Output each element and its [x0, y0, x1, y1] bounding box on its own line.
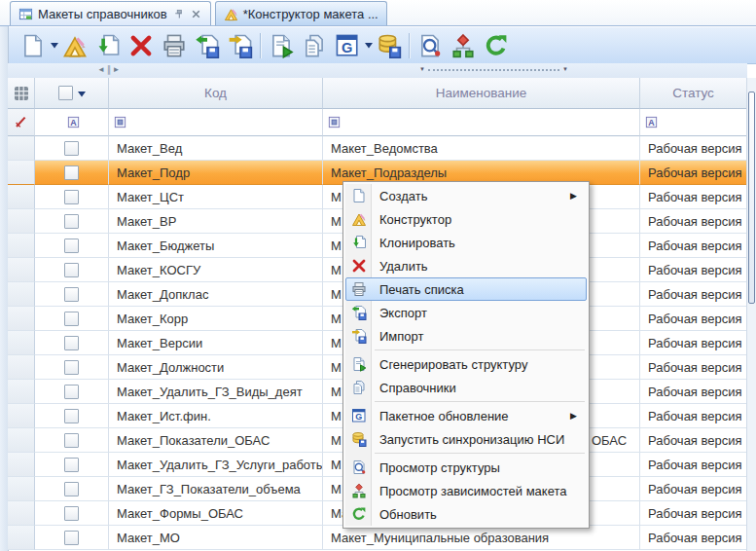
- submenu-arrow-icon: ▶: [570, 191, 586, 201]
- cell-kod: Макет_Ист.фин.: [109, 404, 323, 428]
- checkbox-column-header[interactable]: [35, 78, 109, 109]
- filter-checkbox-cell[interactable]: A: [35, 109, 109, 136]
- menu-item-generate-structure[interactable]: Сгенерировать структуру: [345, 352, 587, 376]
- row-checkbox[interactable]: [64, 312, 79, 326]
- row-selector[interactable]: [8, 428, 35, 453]
- view-structure-button[interactable]: [414, 31, 447, 60]
- column-header-naimenovanie[interactable]: Наименование: [323, 78, 640, 109]
- row-checkbox[interactable]: [64, 239, 79, 253]
- table-row[interactable]: Макет_МОМакет_Муниципальные образованияР…: [8, 526, 747, 550]
- refresh-button[interactable]: [480, 31, 513, 60]
- menu-item-references[interactable]: Справочники: [345, 376, 587, 399]
- close-icon[interactable]: [190, 8, 202, 20]
- menu-item-label: Удалить: [372, 259, 570, 274]
- row-selector[interactable]: [8, 185, 35, 209]
- clone-button[interactable]: [91, 31, 125, 60]
- cell-status: Рабочая версия: [640, 234, 747, 258]
- splitter-track[interactable]: ▼ ▼: [428, 69, 559, 71]
- row-checkbox[interactable]: [64, 214, 79, 229]
- row-checkbox[interactable]: [64, 385, 79, 399]
- row-selector[interactable]: [8, 331, 35, 355]
- filter-mode-icon[interactable]: [327, 115, 342, 129]
- row-checkbox[interactable]: [64, 336, 79, 350]
- row-checkbox[interactable]: [64, 458, 79, 472]
- pin-icon[interactable]: [172, 8, 185, 20]
- export-icon: [195, 33, 220, 58]
- export-icon: [346, 305, 372, 320]
- row-selector[interactable]: [8, 234, 35, 258]
- row-checkbox-cell: [35, 355, 109, 380]
- column-header-status[interactable]: Статус: [640, 78, 747, 109]
- row-checkbox[interactable]: [64, 287, 79, 302]
- vertical-scrollbar[interactable]: [746, 78, 756, 551]
- menu-item-constructor[interactable]: Конструктор: [345, 207, 587, 231]
- row-selector[interactable]: [8, 380, 35, 404]
- batch-update-button[interactable]: G: [331, 31, 364, 60]
- menu-item-delete[interactable]: Удалить: [345, 254, 587, 277]
- constructor-button[interactable]: [58, 31, 91, 60]
- generate-structure-button[interactable]: [265, 31, 298, 60]
- import-button[interactable]: [224, 31, 257, 60]
- chevron-down-icon[interactable]: [364, 31, 373, 60]
- menu-item-create[interactable]: Создать▶: [345, 184, 587, 207]
- splitter-handle-icon[interactable]: ◄║►: [97, 65, 122, 74]
- row-selector[interactable]: [8, 477, 35, 501]
- tab-konstruktor-maketa[interactable]: *Конструктор макета ...: [215, 1, 387, 25]
- row-checkbox[interactable]: [64, 433, 79, 448]
- row-checkbox[interactable]: [64, 190, 79, 204]
- filter-naimenovanie-input[interactable]: [323, 109, 640, 136]
- row-selector[interactable]: [8, 453, 35, 477]
- row-checkbox[interactable]: [64, 409, 79, 423]
- row-selector[interactable]: [8, 161, 35, 185]
- cell-status: Рабочая версия: [640, 161, 747, 185]
- grid-corner-cell[interactable]: [8, 78, 35, 109]
- filter-mode-icon[interactable]: [113, 115, 127, 129]
- print-button[interactable]: [158, 31, 191, 60]
- menu-item-label: Создать: [372, 189, 570, 203]
- menu-item-clone[interactable]: Клонировать: [345, 231, 587, 254]
- cell-kod: Макет_Должности: [109, 355, 323, 380]
- create-button[interactable]: [17, 31, 50, 60]
- export-button[interactable]: [191, 31, 224, 60]
- column-header-kod[interactable]: Код: [109, 78, 323, 109]
- row-checkbox[interactable]: [64, 263, 79, 277]
- menu-item-sync-nsi[interactable]: Запустить синхронизацию НСИ: [345, 427, 587, 451]
- delete-button[interactable]: [125, 31, 158, 60]
- chevron-down-icon[interactable]: [78, 86, 86, 100]
- filter-clear-cell[interactable]: [8, 109, 35, 136]
- row-selector[interactable]: [8, 258, 35, 282]
- row-selector[interactable]: [8, 282, 35, 307]
- header-checkbox[interactable]: [58, 86, 73, 100]
- sync-nsi-button[interactable]: [373, 31, 406, 60]
- menu-item-batch-update[interactable]: GПакетное обновление▶: [345, 404, 587, 427]
- row-selector[interactable]: [8, 136, 35, 161]
- row-checkbox[interactable]: [64, 141, 79, 156]
- chevron-down-icon[interactable]: [50, 31, 58, 60]
- cell-kod: Макет_Удалить_ГЗ_Услуги_работы: [109, 453, 323, 477]
- table-row[interactable]: Макет_ВедМакет_ВедомстваРабочая версия: [8, 136, 747, 161]
- row-selector[interactable]: [8, 501, 35, 526]
- menu-item-import[interactable]: Импорт: [345, 324, 587, 348]
- menu-item-print-list[interactable]: Печать списка: [345, 277, 587, 301]
- row-selector[interactable]: [8, 307, 35, 331]
- menu-item-view-structure[interactable]: Просмотр структуры: [345, 456, 587, 479]
- filter-status-input[interactable]: A: [640, 109, 747, 136]
- row-checkbox[interactable]: [64, 165, 79, 180]
- filter-kod-input[interactable]: [109, 109, 323, 136]
- row-checkbox[interactable]: [64, 531, 79, 545]
- row-checkbox[interactable]: [64, 482, 79, 496]
- menu-item-refresh[interactable]: Обновить: [345, 502, 587, 526]
- menu-item-view-dependencies[interactable]: Просмотр зависимостей макета: [345, 479, 587, 502]
- row-selector[interactable]: [8, 526, 35, 550]
- row-checkbox[interactable]: [64, 360, 79, 375]
- references-button[interactable]: [298, 31, 331, 60]
- import-icon: [228, 33, 253, 58]
- view-dependencies-button[interactable]: [447, 31, 480, 60]
- row-checkbox[interactable]: [64, 506, 79, 521]
- row-selector[interactable]: [8, 404, 35, 428]
- menu-item-export[interactable]: Экспорт: [345, 301, 587, 324]
- tab-makety-spravochnikov[interactable]: Макеты справочников: [10, 1, 211, 25]
- row-selector[interactable]: [8, 355, 35, 380]
- row-selector[interactable]: [8, 209, 35, 234]
- scrollbar-thumb[interactable]: [748, 92, 755, 304]
